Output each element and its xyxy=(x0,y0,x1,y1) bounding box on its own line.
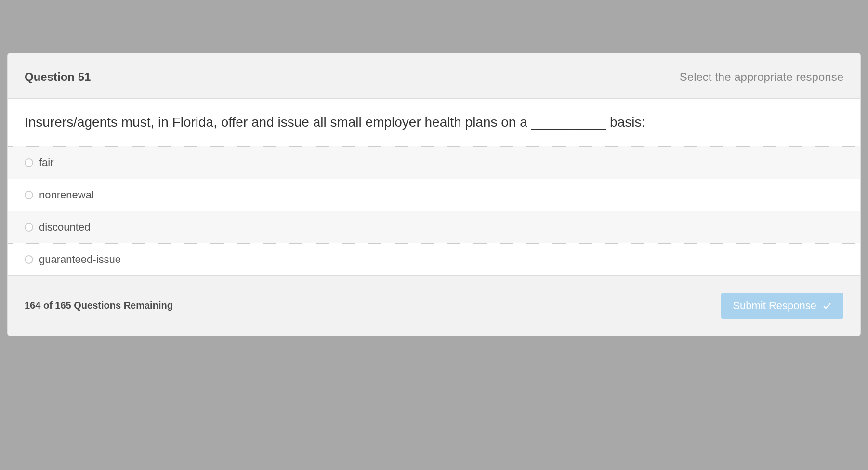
questions-remaining: 164 of 165 Questions Remaining xyxy=(25,300,173,311)
instruction-text: Select the appropriate response xyxy=(680,70,843,84)
option-fair[interactable]: fair xyxy=(8,146,860,179)
radio-icon xyxy=(25,158,33,167)
submit-response-button[interactable]: Submit Response xyxy=(721,293,843,319)
option-nonrenewal[interactable]: nonrenewal xyxy=(8,179,860,211)
question-body: Insurers/agents must, in Florida, offer … xyxy=(8,99,860,146)
options-list: fair nonrenewal discounted guaranteed-is… xyxy=(8,146,860,276)
radio-icon xyxy=(25,191,33,199)
submit-label: Submit Response xyxy=(733,300,816,312)
question-text: Insurers/agents must, in Florida, offer … xyxy=(25,113,843,131)
question-card: Question 51 Select the appropriate respo… xyxy=(7,53,861,336)
option-discounted[interactable]: discounted xyxy=(8,211,860,243)
radio-icon xyxy=(25,255,33,264)
option-label: discounted xyxy=(39,221,90,234)
radio-icon xyxy=(25,223,33,232)
card-footer: 164 of 165 Questions Remaining Submit Re… xyxy=(8,276,860,336)
option-label: fair xyxy=(39,157,54,169)
option-label: nonrenewal xyxy=(39,189,94,201)
check-icon xyxy=(822,301,832,311)
option-label: guaranteed-issue xyxy=(39,253,121,266)
card-header: Question 51 Select the appropriate respo… xyxy=(8,53,860,99)
question-number: Question 51 xyxy=(25,70,91,84)
option-guaranteed-issue[interactable]: guaranteed-issue xyxy=(8,243,860,276)
